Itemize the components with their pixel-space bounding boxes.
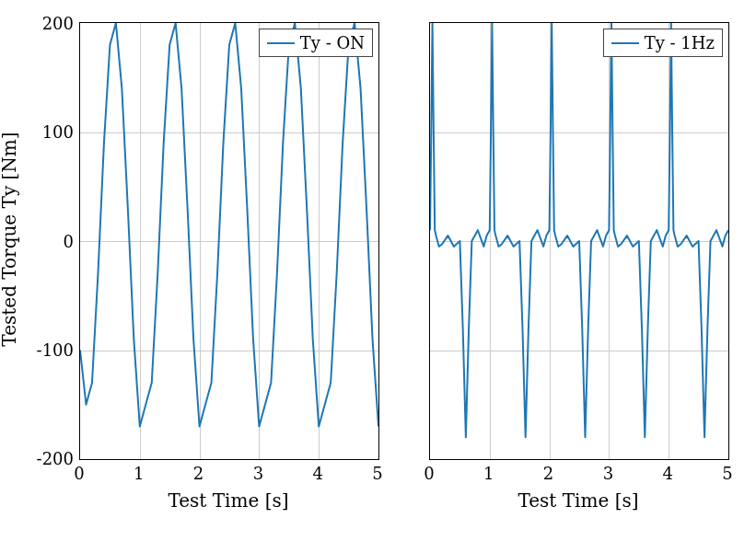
y-tick-label: 0: [23, 232, 74, 251]
x-tick-label: 3: [603, 464, 613, 483]
x-tick-label: 1: [134, 464, 144, 483]
x-tick-label: 1: [483, 464, 494, 483]
y-tick-label: 100: [23, 122, 74, 142]
x-axis-label: Test Time [s]: [168, 489, 288, 512]
x-tick-label: 3: [253, 464, 263, 483]
right-chart: Ty - 1Hz 0 1 2 3 4 5 Test Time [s]: [405, 0, 756, 541]
trace-svg: [430, 23, 728, 459]
legend: Ty - ON: [259, 29, 373, 57]
left-chart: Tested Torque Ty [Nm] -200 -100 0 100 20…: [0, 0, 405, 541]
legend: Ty - 1Hz: [603, 29, 723, 57]
right-plot-area: Ty - 1Hz: [429, 22, 729, 460]
x-tick-label: 0: [424, 464, 434, 483]
trace-svg: [80, 23, 378, 459]
y-axis-label: Tested Torque Ty [Nm]: [0, 132, 20, 346]
x-tick-label: 2: [193, 464, 204, 483]
legend-label: Ty - ON: [300, 33, 365, 52]
x-tick-label: 2: [543, 464, 553, 483]
y-tick-label: -200: [23, 449, 74, 468]
x-tick-label: 4: [312, 464, 322, 483]
x-tick-label: 0: [74, 464, 84, 483]
left-plot-area: Ty - ON: [79, 22, 379, 460]
x-tick-label: 5: [722, 464, 732, 483]
x-tick-label: 4: [662, 464, 672, 483]
legend-line-icon: [267, 42, 295, 44]
y-tick-label: -100: [23, 340, 74, 360]
legend-label: Ty - 1Hz: [645, 33, 715, 52]
x-axis-label: Test Time [s]: [518, 489, 638, 512]
legend-line-icon: [611, 42, 639, 44]
x-tick-label: 5: [372, 464, 382, 483]
y-tick-label: 200: [23, 14, 74, 33]
